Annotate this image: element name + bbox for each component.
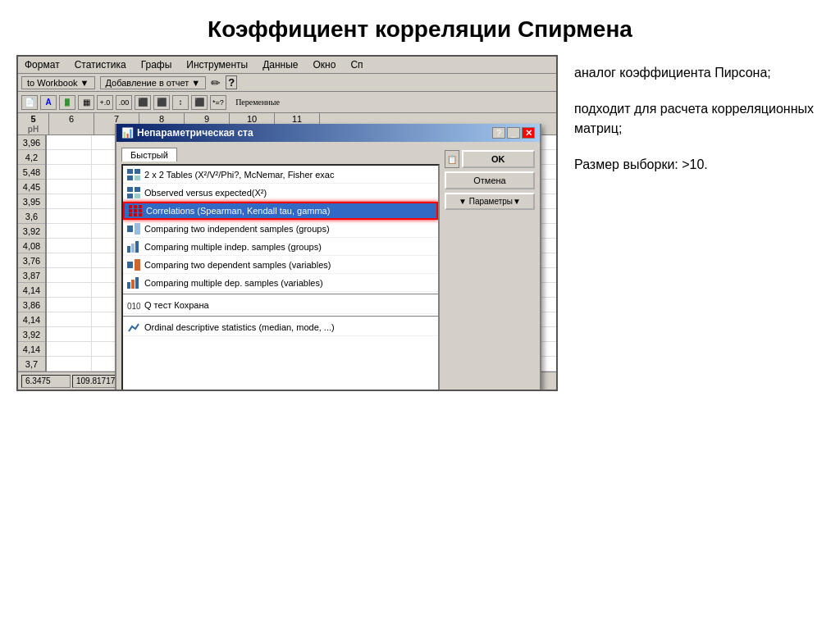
row-num-9: 3,76 [18, 253, 45, 268]
svg-rect-17 [127, 226, 133, 232]
tb-icon-4[interactable]: ▦ [78, 95, 94, 110]
svg-rect-25 [131, 280, 135, 289]
svg-rect-10 [139, 205, 142, 208]
menu-data[interactable]: Данные [259, 58, 301, 71]
toolbar-icon-help: ? [226, 75, 237, 89]
list-item-qtest[interactable]: 01010 Q тест Кохрана [123, 296, 438, 314]
svg-rect-20 [131, 244, 135, 253]
list-separator [123, 294, 438, 294]
dialog-window: 📊 Непараметрическая ста ? _ ✕ Быстрый [115, 124, 541, 391]
list-item-label: Correlations (Spearman, Kendall tau, gam… [146, 206, 330, 216]
list-item-multiple-dependent[interactable]: Comparing multiple dep. samples (variabl… [123, 274, 438, 292]
menu-statistics[interactable]: Статистика [71, 58, 130, 71]
list-item-label: Comparing multiple indep. samples (group… [144, 242, 322, 252]
list-item-label: 2 x 2 Tables (X²/V²/Phi?, McNemar, Fishe… [144, 170, 335, 180]
list-item-icon-mdep [126, 277, 141, 289]
dialog-help-button[interactable]: ? [492, 127, 505, 139]
tb-icon-7[interactable]: ⬛ [135, 95, 151, 110]
svg-rect-26 [135, 277, 139, 289]
row-num-10: 3,87 [18, 268, 45, 283]
list-item-correlations[interactable]: Correlations (Spearman, Kendall tau, gam… [123, 202, 438, 220]
list-item-observed[interactable]: Observed versus expected(X²) [123, 184, 438, 202]
dialog-controls: ? _ ✕ [492, 127, 535, 139]
tb-icon-6[interactable]: .00 [116, 95, 132, 110]
row-num-header: 5pH [18, 113, 49, 134]
menu-extra[interactable]: Сп [347, 58, 366, 71]
svg-rect-5 [135, 187, 140, 192]
ok-button[interactable]: OK [462, 150, 535, 168]
list-item-2x2tables[interactable]: 2 x 2 Tables (X²/V²/Phi?, McNemar, Fishe… [123, 166, 438, 184]
params-button[interactable]: ▼ Параметры▼ [445, 193, 535, 210]
list-item-ordinal[interactable]: Ordinal descriptive statistics (median, … [123, 318, 438, 336]
annotation-3: Размер выборки: >10. [574, 155, 824, 175]
svg-rect-15 [134, 213, 137, 217]
tb-icon-10[interactable]: ⬛ [191, 95, 208, 110]
tb-icon-vars[interactable]: Переменные [229, 95, 286, 110]
svg-rect-0 [127, 169, 133, 174]
cell [47, 342, 92, 356]
svg-rect-4 [127, 187, 133, 192]
annotation-text-1: аналог коэффициента Пирсона; [574, 66, 771, 80]
svg-text:01010: 01010 [127, 302, 140, 311]
toolbar-row1: to Workbook ▼ Добавление в отчет ▼ ✏ ? [18, 74, 556, 92]
workbook-button[interactable]: to Workbook ▼ [21, 76, 95, 89]
right-annotations-panel: аналог коэффициента Пирсона; подходит дл… [574, 55, 824, 391]
svg-rect-6 [127, 194, 133, 198]
list-item-label: Comparing multiple dep. samples (variabl… [144, 278, 323, 288]
cell [47, 180, 92, 194]
row-num-8: 4,08 [18, 239, 45, 253]
ok-icon: 📋 [445, 150, 459, 168]
cell [47, 283, 92, 297]
status-cell-1: 6.3475 [21, 375, 71, 388]
svg-rect-23 [135, 259, 140, 271]
cell [47, 165, 92, 179]
cell [47, 209, 92, 223]
list-item-label: Q тест Кохрана [144, 300, 209, 310]
dialog-close-button[interactable]: ✕ [522, 127, 535, 139]
cancel-button[interactable]: Отмена [445, 171, 535, 189]
list-item-two-independent[interactable]: Comparing two independent samples (group… [123, 220, 438, 238]
cell [47, 357, 92, 371]
list-box[interactable]: 2 x 2 Tables (X²/V²/Phi?, McNemar, Fishe… [121, 164, 440, 391]
menu-format[interactable]: Формат [21, 58, 63, 71]
tb-icon-2[interactable]: A [40, 95, 57, 110]
svg-rect-22 [127, 262, 133, 268]
tb-icon-5[interactable]: +.0 [97, 95, 113, 110]
svg-rect-13 [139, 209, 142, 212]
list-item-label: Observed versus expected(X²) [144, 188, 267, 198]
cell [47, 194, 92, 208]
row-num-15: 4,14 [18, 342, 45, 357]
tb-icon-8[interactable]: ⬛ [153, 95, 170, 110]
menu-graphs[interactable]: Графы [138, 58, 176, 71]
tb-icon-11[interactable]: *=? [210, 95, 226, 110]
list-item-label: Comparing two independent samples (group… [144, 224, 330, 234]
main-layout: Формат Статистика Графы Инструменты Данн… [0, 55, 840, 391]
add-report-button[interactable]: Добавление в отчет ▼ [100, 76, 207, 89]
dialog-title: Непараметрическая ста [137, 127, 253, 139]
cell [47, 298, 92, 312]
annotation-1: аналог коэффициента Пирсона; [574, 63, 824, 83]
svg-rect-16 [139, 213, 142, 217]
annotation-text-2: подходит для расчета корреляционных матр… [574, 102, 814, 135]
svg-rect-12 [134, 209, 137, 212]
dialog-left-panel: Быстрый [121, 147, 440, 391]
tb-icon-3[interactable]: ▓ [59, 95, 75, 110]
tabs-row: Быстрый [121, 147, 440, 161]
toolbar-icon-pencil: ✏ [211, 76, 221, 89]
dialog-minimize-button[interactable]: _ [507, 127, 520, 139]
menu-bar: Формат Статистика Графы Инструменты Данн… [18, 57, 556, 74]
row-num-13: 4,14 [18, 312, 45, 327]
svg-rect-21 [135, 241, 139, 253]
tab-quick[interactable]: Быстрый [121, 148, 177, 162]
tb-icon-9[interactable]: ↕ [172, 95, 189, 110]
list-item-multiple-independent[interactable]: Comparing multiple indep. samples (group… [123, 238, 438, 256]
row-num-5: 3,95 [18, 194, 45, 209]
dialog-title-icon: 📊 [121, 127, 134, 139]
tb-icon-1[interactable]: 📄 [21, 95, 38, 110]
menu-window[interactable]: Окно [310, 58, 340, 71]
svg-rect-2 [127, 175, 133, 180]
page-title: Коэффициент корреляции Спирмена [0, 0, 840, 55]
cell [47, 150, 92, 164]
menu-tools[interactable]: Инструменты [183, 58, 251, 71]
list-item-two-dependent[interactable]: Comparing two dependent samples (variabl… [123, 256, 438, 274]
